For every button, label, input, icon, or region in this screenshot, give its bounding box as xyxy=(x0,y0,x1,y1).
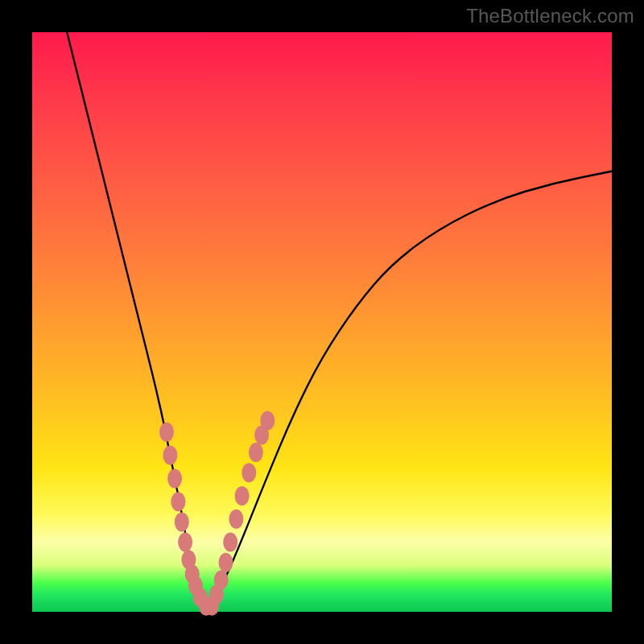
plot-area xyxy=(32,32,612,612)
bottleneck-curve xyxy=(67,32,612,605)
marker-dot xyxy=(242,463,256,482)
marker-dot xyxy=(167,469,182,488)
marker-dot xyxy=(163,446,177,465)
curve-svg xyxy=(32,32,612,612)
marker-dot xyxy=(171,492,185,511)
marker-dot xyxy=(159,423,174,442)
marker-dot xyxy=(223,533,237,552)
marker-dot xyxy=(214,570,229,589)
watermark-text: TheBottleneck.com xyxy=(466,5,634,27)
marker-dot xyxy=(235,486,250,506)
marker-dot xyxy=(178,533,192,552)
right-branch-dot-group xyxy=(204,411,275,615)
marker-dot xyxy=(260,411,275,430)
left-branch-dot-group xyxy=(159,423,213,616)
marker-dot xyxy=(229,510,243,529)
marker-dot xyxy=(219,553,233,572)
marker-dot xyxy=(175,512,189,531)
marker-dot xyxy=(249,443,263,462)
chart-frame: TheBottleneck.com xyxy=(0,0,644,644)
